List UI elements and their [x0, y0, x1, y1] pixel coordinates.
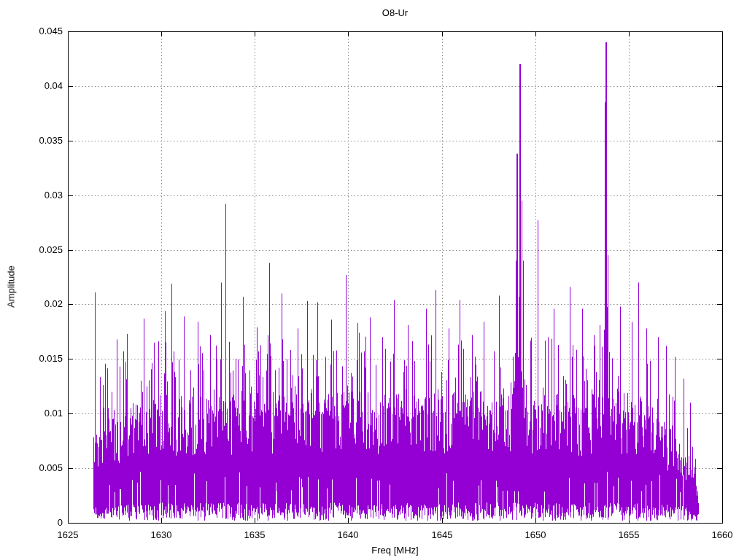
x-tick-label: 1630	[128, 529, 194, 540]
x-tick-label: 1640	[315, 529, 381, 540]
y-tick-label: 0.035	[0, 135, 63, 146]
y-tick-label: 0.04	[0, 80, 63, 91]
spectrum-plot-canvas	[0, 0, 747, 560]
y-tick-label: 0.015	[0, 353, 63, 364]
x-tick-label: 1650	[503, 529, 568, 540]
y-tick-label: 0.045	[0, 26, 63, 36]
y-tick-label: 0.03	[0, 190, 63, 201]
chart-title: O8-Ur	[68, 7, 722, 18]
x-axis-label: Freq [MHz]	[68, 545, 722, 556]
x-tick-label: 1635	[222, 529, 287, 540]
x-tick-label: 1660	[689, 529, 747, 540]
x-tick-label: 1655	[596, 529, 662, 540]
y-tick-label: 0.025	[0, 244, 63, 255]
y-tick-label: 0.02	[0, 298, 63, 309]
x-tick-label: 1645	[409, 529, 475, 540]
y-tick-label: 0.005	[0, 462, 63, 473]
y-tick-label: 0	[0, 517, 63, 528]
y-tick-label: 0.01	[0, 408, 63, 419]
x-tick-label: 1625	[35, 529, 101, 540]
